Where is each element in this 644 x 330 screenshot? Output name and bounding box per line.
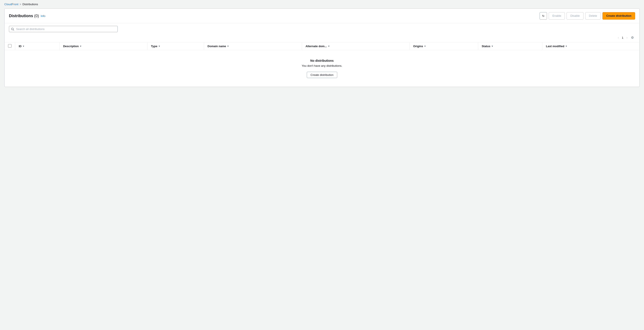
pagination-page-number: 1 <box>621 36 624 39</box>
svg-line-1 <box>13 29 14 30</box>
enable-button[interactable]: Enable <box>549 12 565 19</box>
pagination-prev-button[interactable]: ‹ <box>616 35 620 40</box>
col-type: Type ▼ <box>147 42 204 50</box>
breadcrumb-separator: > <box>20 3 21 6</box>
chevron-left-icon: ‹ <box>618 36 619 39</box>
sort-icon-alternate-dom: ▼ <box>328 45 330 47</box>
refresh-button[interactable]: ↻ <box>540 12 547 19</box>
search-bar <box>4 23 640 35</box>
sort-icon-origins: ▼ <box>424 45 426 47</box>
sort-icon-domain-name: ▼ <box>227 45 229 47</box>
col-description: Description ▼ <box>60 42 148 50</box>
pagination-row: ‹ 1 › ⚙ <box>4 35 640 42</box>
table-header-row: ID ▼ Description ▼ Type ▼ <box>4 42 640 50</box>
gear-icon: ⚙ <box>631 36 634 39</box>
empty-state: No distributions You don't have any dist… <box>4 50 640 87</box>
table-container: ID ▼ Description ▼ Type ▼ <box>4 42 640 87</box>
col-id: ID ▼ <box>15 42 60 50</box>
empty-state-description: You don't have any distributions. <box>9 64 635 67</box>
create-distribution-empty-button[interactable]: Create distribution <box>307 72 337 78</box>
select-all-checkbox[interactable] <box>8 44 12 48</box>
search-input[interactable] <box>9 26 118 32</box>
empty-state-row: No distributions You don't have any dist… <box>4 50 640 87</box>
breadcrumb: CloudFront > Distributions <box>0 0 644 8</box>
breadcrumb-current: Distributions <box>22 2 38 6</box>
col-origins: Origins ▼ <box>410 42 478 50</box>
search-wrapper <box>9 26 118 32</box>
page-title: Distributions (0) <box>9 14 39 18</box>
distributions-table: ID ▼ Description ▼ Type ▼ <box>4 42 640 87</box>
card-header-left: Distributions (0) Info <box>9 14 46 18</box>
sort-icon-status: ▼ <box>491 45 494 47</box>
pagination-next-button[interactable]: › <box>625 35 629 40</box>
empty-state-title: No distributions <box>9 59 635 62</box>
card-header: Distributions (0) Info ↻ Enable Disable … <box>4 9 640 23</box>
disable-button[interactable]: Disable <box>566 12 583 19</box>
refresh-icon: ↻ <box>542 14 544 17</box>
delete-button[interactable]: Delete <box>585 12 601 19</box>
breadcrumb-cloudfront-link[interactable]: CloudFront <box>4 2 18 6</box>
distributions-count: (0) <box>34 14 39 18</box>
col-status: Status ▼ <box>478 42 542 50</box>
card-header-right: ↻ Enable Disable Delete Create distribut… <box>540 12 635 19</box>
settings-button[interactable]: ⚙ <box>630 35 635 40</box>
col-last-modified: Last modified ▼ <box>542 42 640 50</box>
col-domain-name: Domain name ▼ <box>204 42 302 50</box>
sort-icon-id: ▼ <box>22 45 24 47</box>
distributions-card: Distributions (0) Info ↻ Enable Disable … <box>4 8 640 87</box>
create-distribution-button[interactable]: Create distribution <box>602 12 635 19</box>
checkbox-column-header <box>4 42 15 50</box>
chevron-right-icon: › <box>626 36 628 39</box>
search-icon <box>11 28 14 31</box>
col-alternate-dom: Alternate dom... ▼ <box>302 42 410 50</box>
sort-icon-type: ▼ <box>158 45 160 47</box>
sort-icon-description: ▼ <box>80 45 82 47</box>
table-body: No distributions You don't have any dist… <box>4 50 640 87</box>
sort-icon-last-modified: ▼ <box>565 45 568 47</box>
info-link[interactable]: Info <box>41 14 46 17</box>
